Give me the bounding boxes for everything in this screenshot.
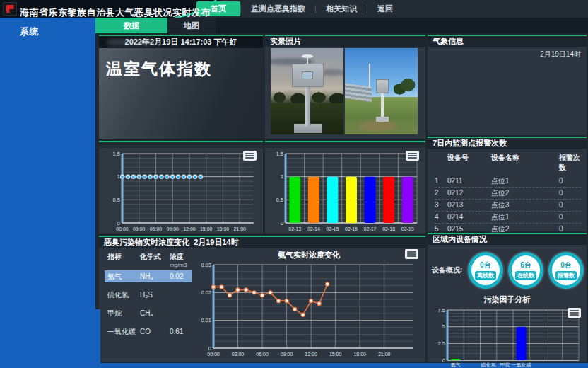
greenhouse-title: 温室气体指数 [106, 58, 263, 80]
chart-menu-icon[interactable] [405, 249, 418, 259]
photo2-monitor-base [376, 117, 389, 122]
nav-item-back[interactable]: 返回 [368, 1, 403, 16]
col-formula: 化学式 [140, 252, 170, 262]
background-notch [92, 309, 100, 363]
pollutant-formula: H₂S [140, 291, 170, 299]
svg-text:15:00: 15:00 [329, 352, 342, 357]
pollutant-formula: NH₃ [140, 272, 170, 280]
svg-text:5: 5 [442, 323, 445, 330]
svg-text:00:00: 00:00 [116, 226, 129, 231]
svg-text:氨气: 氨气 [451, 362, 461, 367]
panel-site-photos: 实景照片 [265, 35, 425, 139]
svg-text:02-16: 02-16 [345, 226, 358, 231]
svg-text:09:00: 09:00 [166, 226, 179, 231]
stat-offline-value: 0台 [480, 260, 491, 270]
svg-text:02-17: 02-17 [364, 226, 377, 231]
alarms-col-count: 报警次数 [559, 153, 581, 176]
nav-item-odor-index[interactable]: 监测点恶臭指数 [241, 1, 315, 16]
svg-text:0.03: 0.03 [201, 262, 211, 268]
svg-text:21:00: 21:00 [233, 226, 246, 231]
svg-text:12:00: 12:00 [305, 352, 317, 357]
pollutant-name: 氨气 [107, 272, 140, 282]
svg-text:06:00: 06:00 [256, 352, 269, 357]
device-id: 0212 [447, 188, 491, 200]
nav-item-knowledge[interactable]: 相关知识 [316, 1, 367, 16]
panel-greenhouse-index: 2022年2月19日 14:17:03 下午好 温室气体指数 [99, 35, 263, 139]
photo2-monitor-box [376, 79, 389, 93]
status-scatter-chart[interactable]: 00.511.500:0003:0006:0009:0012:0015:0018… [102, 149, 259, 233]
device-id: 0211 [447, 176, 491, 188]
pollutant-row-h2s[interactable]: 硫化氢 H₂S [105, 289, 192, 301]
photo1-monitor-pole [305, 85, 310, 126]
nh3-chart-title: 氨气实时浓度变化 [192, 249, 425, 260]
pollutants-table: 指标 化学式 浓度mg/m3 氨气 NH₃ 0.02 硫化氢 H₂S [99, 248, 192, 360]
svg-text:0.5: 0.5 [276, 197, 283, 203]
pollutants-title-text: 恶臭污染物实时浓度变化 [104, 238, 189, 246]
pollutant-formula: CH₄ [140, 309, 170, 317]
stat-alarm[interactable]: 0台 报警数 [548, 252, 584, 289]
chart-menu-icon[interactable] [243, 151, 257, 161]
panel-pollutant-concentration: 恶臭污染物实时浓度变化 2月19日14时 指标 化学式 浓度mg/m3 氨气 N… [99, 236, 425, 362]
photo1-monitor-screen [302, 71, 313, 79]
chart-panel-strip [99, 142, 263, 148]
pollutant-name: 硫化氢 [107, 290, 140, 300]
weather-time: 2月19日14时 [428, 47, 587, 59]
weather-panel-title: 气象信息 [428, 36, 587, 47]
chart-menu-icon[interactable] [568, 308, 581, 318]
chart-menu-icon[interactable] [406, 151, 419, 161]
device-overview-row: 设备概况: 0台 离线数 6台 在线数 0台 报警数 [428, 245, 587, 289]
svg-text:09:00: 09:00 [281, 352, 293, 357]
stat-offline-label: 离线数 [475, 271, 496, 280]
device-overview-label: 设备概况: [432, 265, 463, 275]
svg-text:0.02: 0.02 [201, 289, 211, 296]
greenhouse-body: 温室气体指数 [99, 48, 263, 139]
svg-text:06:00: 06:00 [150, 226, 163, 231]
panel-area-devices: 区域内设备情况 设备概况: 0台 离线数 6台 在线数 0台 报警数 污染因子分… [428, 233, 587, 362]
panel-status-chart: 00.511.500:0003:0006:0009:0012:0015:0018… [99, 141, 263, 234]
row-index: 4 [435, 212, 447, 224]
svg-text:12:00: 12:00 [183, 226, 196, 231]
svg-text:0: 0 [208, 345, 211, 352]
photo1-antenna-dish [302, 54, 313, 58]
svg-text:0.5: 0.5 [113, 197, 120, 203]
pollutant-row-nh3[interactable]: 氨气 NH₃ 0.02 [105, 270, 192, 282]
stat-alarm-value: 0台 [560, 260, 572, 270]
device-name: 点位1 [491, 212, 559, 224]
nh3-line-chart[interactable]: 00.010.020.0300:0003:0006:0009:0012:0015… [194, 260, 418, 358]
content-area: 2022年2月19日 14:17:03 下午好 温室气体指数 实景照片 [95, 33, 588, 363]
svg-text:03:00: 03:00 [232, 352, 245, 357]
pollutant-row-co[interactable]: 一氧化碳 CO 0.61 [105, 326, 192, 338]
chart-panel-strip [265, 142, 425, 148]
col-concentration: 浓度mg/m3 [170, 252, 195, 268]
device-id: 0213 [447, 200, 491, 212]
site-photo-2[interactable] [345, 48, 418, 134]
pollutant-row-ch4[interactable]: 甲烷 CH₄ [105, 307, 192, 319]
daily-bar-chart[interactable]: 00.511.502-1302-1402-1502-1602-1702-1802… [269, 149, 422, 233]
photos-strip [265, 47, 425, 134]
stat-alarm-label: 报警数 [555, 271, 577, 280]
alarms-col-device-id: 设备号 [447, 153, 491, 176]
pollutant-value: 0.61 [170, 328, 195, 335]
photos-panel-title: 实景照片 [265, 36, 425, 47]
pollutant-name: 甲烷 [107, 309, 140, 318]
panel-daily-bar-chart: 00.511.502-1302-1402-1502-1602-1702-1802… [265, 141, 425, 234]
alarms-col-device-name: 设备名称 [491, 153, 559, 176]
stat-online[interactable]: 6台 在线数 [508, 252, 543, 289]
svg-text:1.5: 1.5 [276, 151, 283, 157]
panel-weather: 气象信息 2月19日14时 [428, 35, 587, 135]
col-indicator: 指标 [107, 252, 140, 262]
stat-offline[interactable]: 0台 离线数 [468, 252, 503, 289]
svg-text:1: 1 [281, 173, 283, 180]
factor-bar-chart[interactable]: 02.557.5氨气硫化氢甲烷一氧化碳 [432, 306, 582, 368]
nh3-chart-area: 氨气实时浓度变化 00.010.020.0300:0003:0006:0009:… [192, 248, 425, 360]
factor-analysis-title: 污染因子分析 [428, 294, 587, 305]
pollutants-panel-title: 恶臭污染物实时浓度变化 2月19日14时 [99, 237, 425, 248]
row-index: 1 [435, 176, 447, 188]
svg-text:02-18: 02-18 [382, 226, 395, 231]
photo2-trees [394, 76, 418, 98]
devices-panel-title: 区域内设备情况 [428, 234, 587, 245]
stat-online-value: 6台 [520, 260, 531, 270]
site-photo-1[interactable] [271, 48, 343, 134]
svg-text:0.01: 0.01 [201, 317, 211, 323]
alarm-count: 0 [559, 212, 581, 224]
